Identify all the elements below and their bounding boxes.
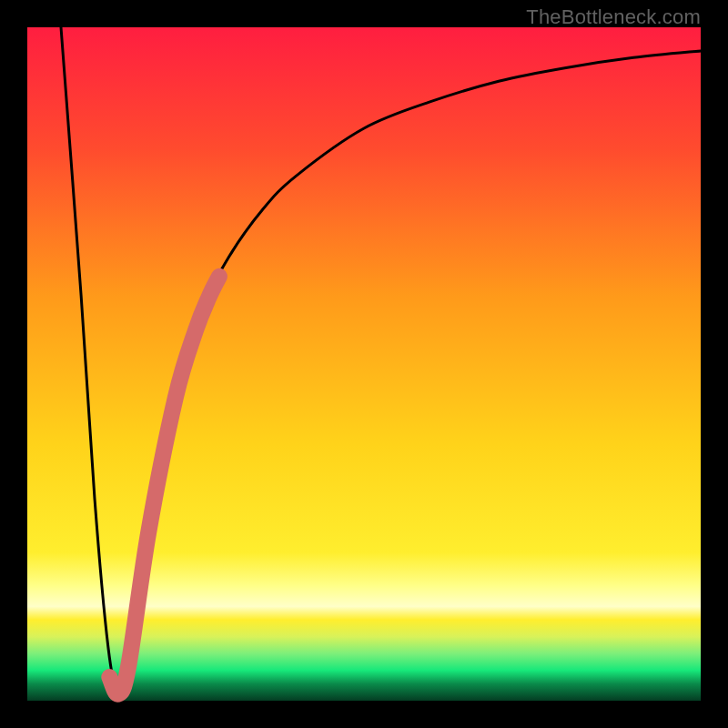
plot-area	[27, 27, 701, 701]
watermark-text: TheBottleneck.com	[526, 5, 701, 29]
chart-canvas	[27, 27, 701, 701]
chart-frame: TheBottleneck.com	[0, 0, 728, 728]
bottleneck-curve	[61, 27, 701, 695]
pink-highlight-stroke	[109, 277, 219, 694]
